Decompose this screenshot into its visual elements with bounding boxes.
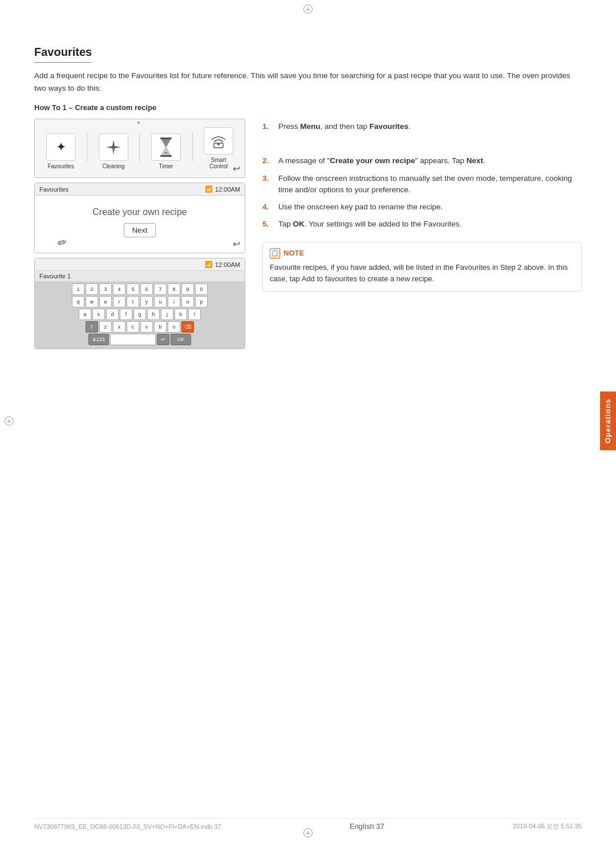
key-q[interactable]: q	[72, 296, 84, 307]
key-j[interactable]: j	[161, 309, 173, 320]
key-y[interactable]: y	[140, 296, 153, 307]
svg-marker-0	[106, 140, 121, 155]
note-header: 📋 NOTE	[270, 248, 574, 258]
key-3[interactable]: 3	[99, 284, 112, 295]
key-6[interactable]: 6	[140, 284, 153, 295]
step-2-num: 2.	[262, 155, 274, 167]
key-t[interactable]: t	[127, 296, 139, 307]
step-4-num: 4.	[262, 201, 274, 213]
footer: NV73097798S_EE_DG68-00613D-03_SV+NO+FI+D…	[34, 818, 582, 831]
screen1-back-button: ↩	[233, 163, 240, 174]
key-b[interactable]: b	[154, 321, 167, 333]
page-title: Favourites	[34, 46, 92, 63]
favourite-name-text: Favourite 1	[39, 273, 71, 280]
number-row: 1 2 3 4 5 6 7 8 9 0	[37, 284, 242, 295]
key-n[interactable]: n	[168, 321, 180, 333]
favourites-icon-item: ✦ Favourites	[46, 133, 76, 169]
step-5: 5. Tap OK. Your settings will be added t…	[262, 218, 582, 230]
bottom-row: &123 ↩ OK	[37, 334, 242, 345]
key-z[interactable]: z	[99, 321, 112, 333]
key-v[interactable]: v	[140, 321, 153, 333]
favourites-label: Favourites	[47, 163, 74, 169]
key-symbols[interactable]: &123	[88, 334, 109, 345]
key-r[interactable]: r	[113, 296, 125, 307]
screen-keyboard: 📶 12:00AM Favourite 1 1 2 3 4 5 6	[34, 258, 245, 349]
cleaning-icon-item: Cleaning	[99, 133, 128, 169]
screen3-wifi-time: 📶 12:00AM	[205, 261, 240, 268]
key-c[interactable]: c	[127, 321, 139, 333]
step-1-text: Press Menu, and then tap Favourites.	[278, 121, 411, 132]
zxcv-row: ⇧ z x c v b n ⌫	[37, 321, 242, 333]
screen3-wifi-icon: 📶	[205, 261, 213, 268]
screen2-body: Create your own recipe Next ✏ ↩	[35, 196, 245, 253]
key-e[interactable]: e	[99, 296, 112, 307]
cleaning-icon-box	[99, 133, 128, 161]
keyboard: 1 2 3 4 5 6 7 8 9 0 q w	[35, 281, 245, 349]
key-0[interactable]: 0	[195, 284, 208, 295]
note-box: 📋 NOTE Favourite recipes, if you have ad…	[262, 242, 582, 292]
key-s[interactable]: s	[92, 309, 105, 320]
create-recipe-text: Create your own recipe	[92, 207, 187, 217]
key-5[interactable]: 5	[127, 284, 139, 295]
next-button[interactable]: Next	[124, 223, 156, 237]
key-ok[interactable]: OK	[171, 334, 191, 345]
key-space[interactable]	[110, 334, 156, 345]
timer-icon-item: Timer	[151, 133, 181, 169]
wifi-icon: 📶	[205, 185, 213, 193]
key-1[interactable]: 1	[72, 284, 84, 295]
menu-icons-row: ✦ Favourites Cleaning	[40, 125, 239, 172]
main-content: Favourites Add a frequent recipe to the …	[34, 46, 582, 808]
key-7[interactable]: 7	[154, 284, 167, 295]
key-a[interactable]: a	[79, 309, 91, 320]
key-backspace[interactable]: ⌫	[181, 321, 194, 333]
svg-rect-1	[160, 137, 172, 139]
key-8[interactable]: 8	[168, 284, 180, 295]
key-w[interactable]: w	[86, 296, 98, 307]
dot-decoration	[137, 122, 140, 124]
svg-point-4	[217, 143, 220, 145]
key-l[interactable]: l	[188, 309, 201, 320]
screen2-header: Favourites 📶 12:00AM	[35, 183, 245, 196]
step-5-num: 5.	[262, 218, 274, 230]
step-3: 3. Follow the onscreen instructions to m…	[262, 173, 582, 196]
screen-create-recipe: Favourites 📶 12:00AM Create your own rec…	[34, 183, 245, 253]
key-shift[interactable]: ⇧	[86, 321, 98, 333]
footer-left: NV73097798S_EE_DG68-00613D-03_SV+NO+FI+D…	[34, 823, 221, 830]
screen2-wifi-time: 📶 12:00AM	[205, 185, 240, 193]
key-9[interactable]: 9	[181, 284, 194, 295]
pencil-icon: ✏	[56, 234, 69, 250]
step-2: 2. A message of "Create your own recipe"…	[262, 155, 582, 167]
key-x[interactable]: x	[113, 321, 125, 333]
svg-rect-2	[160, 155, 172, 157]
key-return[interactable]: ↩	[157, 334, 169, 345]
smart-control-icon-item: SmartControl	[204, 127, 233, 169]
key-f[interactable]: f	[120, 309, 132, 320]
screenshots-column: ✦ Favourites Cleaning	[34, 119, 245, 354]
favourite-name-row: Favourite 1	[35, 271, 245, 281]
asdf-row: a s d f g h j k l	[37, 309, 242, 320]
timer-label: Timer	[159, 163, 173, 169]
key-k[interactable]: k	[175, 309, 187, 320]
key-u[interactable]: u	[154, 296, 167, 307]
screen-menu-icons: ✦ Favourites Cleaning	[34, 119, 245, 178]
qwerty-row: q w e r t y u i o p	[37, 296, 242, 307]
key-4[interactable]: 4	[113, 284, 125, 295]
cleaning-label: Cleaning	[102, 163, 124, 169]
key-p[interactable]: p	[195, 296, 208, 307]
note-text: Favourite recipes, if you have added, wi…	[270, 262, 574, 286]
screen3-time: 12:00AM	[215, 261, 240, 268]
note-icon: 📋	[270, 248, 280, 258]
screen2-header-label: Favourites	[39, 186, 68, 193]
key-2[interactable]: 2	[86, 284, 98, 295]
screen3-header: 📶 12:00AM	[35, 258, 245, 271]
key-i[interactable]: i	[168, 296, 180, 307]
key-d[interactable]: d	[106, 309, 119, 320]
step-3-text: Follow the onscreen instructions to manu…	[278, 173, 582, 196]
key-o[interactable]: o	[181, 296, 194, 307]
reg-mark-top	[303, 5, 313, 14]
timer-icon-box	[151, 133, 181, 161]
reg-mark-left	[5, 416, 14, 426]
key-h[interactable]: h	[147, 309, 160, 320]
key-g[interactable]: g	[133, 309, 146, 320]
footer-right: 2018-04-06 오전 5:51:35	[513, 822, 582, 831]
